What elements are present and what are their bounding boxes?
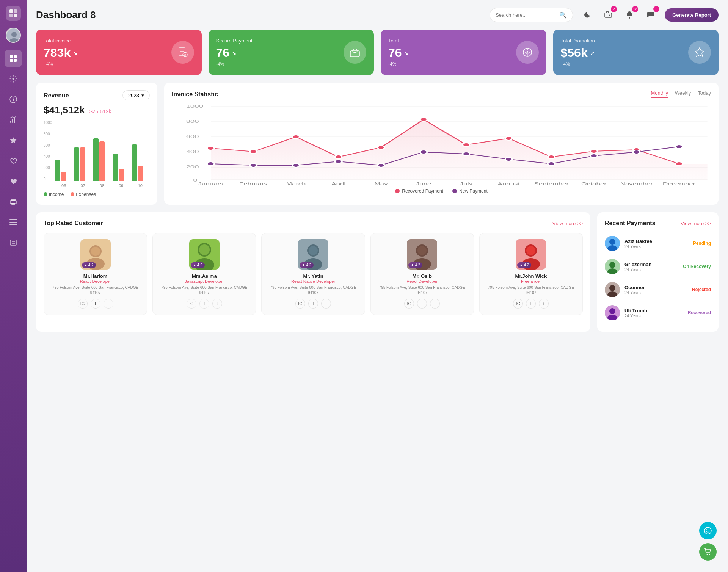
moon-toggle[interactable] xyxy=(580,8,594,22)
twitter-icon-4[interactable]: t xyxy=(430,299,440,309)
facebook-icon-5[interactable]: f xyxy=(526,299,536,309)
bell-icon-btn[interactable]: 12 xyxy=(622,8,637,22)
instagram-icon-1[interactable]: IG xyxy=(78,299,88,309)
stat-card-secure-payment: Secure Payment 76 ↘ -4% xyxy=(209,30,374,75)
payments-view-more[interactable]: View more >> xyxy=(681,221,711,226)
customers-view-more[interactable]: View more >> xyxy=(552,221,583,226)
svg-rect-17 xyxy=(14,118,15,123)
payment-item-4: Uli Trumb 24 Years Recovered xyxy=(605,301,711,324)
rating-badge-2: ★4.2 xyxy=(191,262,205,268)
line-chart-svg: 1000 800 600 400 200 0 xyxy=(172,102,711,185)
facebook-icon-2[interactable]: f xyxy=(199,299,209,309)
svg-point-41 xyxy=(354,52,356,53)
svg-point-57 xyxy=(207,146,215,150)
customer-name-1: Mr.Hariom xyxy=(49,273,142,279)
stat-trend-invoice: +4% xyxy=(44,61,77,67)
social-icons-2: IG f t xyxy=(157,299,251,309)
stat-cards: Total invoice 783k ↘ +4% $ xyxy=(36,30,719,75)
svg-rect-7 xyxy=(10,55,13,58)
facebook-icon-3[interactable]: f xyxy=(308,299,318,309)
svg-rect-1 xyxy=(14,9,17,13)
customer-photo-3: ★4.2 xyxy=(298,239,328,270)
instagram-icon-5[interactable]: IG xyxy=(513,299,523,309)
payment-item-3: Oconner 24 Years Rejected xyxy=(605,278,711,301)
tab-monthly[interactable]: Monthly xyxy=(651,90,668,98)
sidebar-item-menu[interactable] xyxy=(5,213,22,231)
facebook-icon-1[interactable]: f xyxy=(91,299,100,309)
sidebar-item-print[interactable] xyxy=(5,193,22,210)
instagram-icon-4[interactable]: IG xyxy=(404,299,414,309)
customer-role-2: Javascript Developer xyxy=(157,279,251,284)
svg-text:February: February xyxy=(239,182,268,185)
sidebar-item-settings[interactable] xyxy=(5,70,22,88)
page-title: Dashboard 8 xyxy=(36,9,96,21)
tab-today[interactable]: Today xyxy=(698,90,711,98)
fab-cart[interactable] xyxy=(699,543,717,561)
payment-status-2: On Recovery xyxy=(683,264,711,269)
new-payment-dot xyxy=(452,189,457,193)
svg-rect-21 xyxy=(11,203,15,205)
stat-value-secure: 76 xyxy=(216,46,230,60)
twitter-icon-5[interactable]: t xyxy=(539,299,549,309)
user-avatar[interactable] xyxy=(6,28,21,43)
payment-name-1: Aziz Bakree xyxy=(624,238,689,244)
twitter-icon-3[interactable]: t xyxy=(321,299,331,309)
bar-expense-09 xyxy=(119,169,124,181)
customer-photo-5: ★4.2 xyxy=(516,239,546,270)
svg-point-108 xyxy=(417,246,427,255)
svg-point-100 xyxy=(199,244,210,255)
payment-status-3: Rejected xyxy=(692,287,711,292)
twitter-icon-2[interactable]: t xyxy=(212,299,222,309)
svg-point-129 xyxy=(709,554,710,555)
svg-text:September: September xyxy=(534,182,569,185)
generate-report-button[interactable]: Generate Report xyxy=(665,8,719,22)
sidebar-item-info[interactable] xyxy=(5,91,22,108)
svg-point-114 xyxy=(609,239,615,245)
payments-list: Aziz Bakree 24 Years Pending Griezerman … xyxy=(605,232,711,324)
bottom-row: Top Rated Customer View more >> ★4.2 Mr.… xyxy=(36,212,719,332)
svg-text:600: 600 xyxy=(186,134,199,139)
sidebar-item-analytics[interactable] xyxy=(5,111,22,129)
instagram-icon-3[interactable]: IG xyxy=(295,299,305,309)
svg-text:July: July xyxy=(460,182,473,185)
expenses-label: Expenses xyxy=(76,192,96,197)
payment-avatar-4 xyxy=(605,305,620,320)
svg-rect-24 xyxy=(9,222,17,223)
payment-age-1: 24 Years xyxy=(624,244,689,249)
svg-rect-0 xyxy=(9,9,13,13)
svg-rect-16 xyxy=(12,119,13,123)
tab-weekly[interactable]: Weekly xyxy=(675,90,691,98)
payment-status-4: Recovered xyxy=(688,310,711,315)
stat-label-invoice: Total invoice xyxy=(44,38,77,44)
svg-point-31 xyxy=(629,17,630,19)
chat-icon-btn[interactable]: 5 xyxy=(643,8,658,22)
payment-item-1: Aziz Bakree 24 Years Pending xyxy=(605,232,711,255)
year-selector[interactable]: 2023 ▾ xyxy=(122,90,150,100)
payment-name-4: Uli Trumb xyxy=(624,308,683,313)
wallet-icon-btn[interactable]: 2 xyxy=(601,8,615,22)
svg-point-63 xyxy=(463,143,470,147)
svg-rect-3 xyxy=(14,14,17,17)
search-input[interactable] xyxy=(496,12,556,18)
social-icons-3: IG f t xyxy=(266,299,360,309)
stat-label-secure: Secure Payment xyxy=(216,38,253,44)
sidebar-item-starred[interactable] xyxy=(5,132,22,149)
search-icon[interactable]: 🔍 xyxy=(559,11,567,19)
sidebar-item-favorites[interactable] xyxy=(5,152,22,169)
instagram-icon-2[interactable]: IG xyxy=(187,299,196,309)
facebook-icon-4[interactable]: f xyxy=(417,299,427,309)
svg-text:December: December xyxy=(663,182,695,185)
month-label-08: 08 xyxy=(100,183,104,188)
sidebar-item-liked[interactable] xyxy=(5,172,22,190)
fab-support[interactable] xyxy=(699,522,717,539)
sidebar-item-dashboard[interactable] xyxy=(5,50,22,67)
payment-name-3: Oconner xyxy=(624,285,687,290)
svg-point-74 xyxy=(420,150,427,154)
sidebar-item-list[interactable] xyxy=(5,234,22,251)
month-label-10: 10 xyxy=(138,183,143,188)
rating-badge-3: ★4.2 xyxy=(300,262,314,268)
twitter-icon-1[interactable]: t xyxy=(104,299,113,309)
customer-address-4: 795 Folsom Ave, Suite 600 San Francisco,… xyxy=(375,285,469,296)
search-box: 🔍 xyxy=(490,8,573,22)
customer-card-4: ★4.2 Mr. Osib React Developer 795 Folsom… xyxy=(370,233,474,315)
